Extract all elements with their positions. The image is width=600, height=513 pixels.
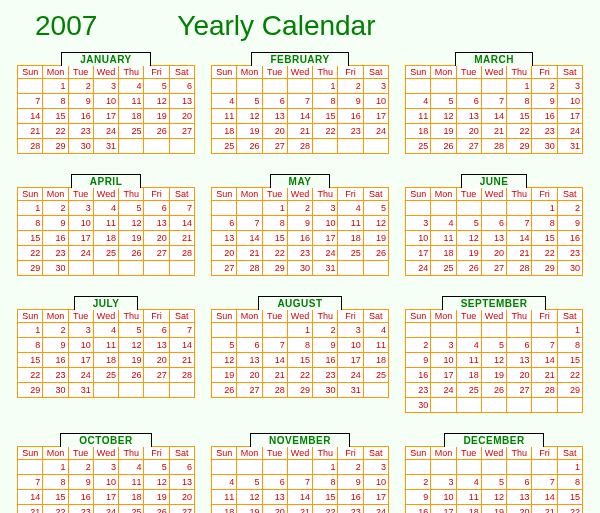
day-cell: 6 [481,216,506,231]
day-cell: 9 [338,94,363,109]
day-cell: 26 [119,368,144,383]
day-cell: 13 [237,353,262,368]
day-cell [431,201,456,216]
day-cell: 23 [68,505,93,514]
day-cell: 31 [338,383,363,398]
day-header: Sat [169,66,194,79]
day-cell: 8 [18,216,43,231]
day-cell: 10 [68,216,93,231]
day-cell: 1 [507,79,532,94]
day-cell [507,460,532,475]
day-cell: 23 [338,505,363,514]
day-header: Tue [262,188,287,201]
day-cell [431,460,456,475]
day-cell [68,261,93,276]
months-grid: JANUARYSunMonTueWedThuFriSat123456789101… [15,52,585,513]
day-cell: 17 [68,231,93,246]
day-cell: 16 [68,109,93,124]
day-cell: 25 [212,139,237,154]
day-cell: 4 [119,79,144,94]
day-cell [363,383,388,398]
day-header: Thu [507,188,532,201]
day-header: Sun [212,66,237,79]
day-header: Mon [237,310,262,323]
day-cell: 21 [262,368,287,383]
day-cell: 4 [93,201,118,216]
day-cell: 3 [93,460,118,475]
day-cell [338,139,363,154]
day-header: Sun [18,66,43,79]
day-cell [456,460,481,475]
day-cell: 15 [18,353,43,368]
day-cell [93,383,118,398]
day-cell: 3 [557,79,582,94]
day-header: Tue [456,447,481,460]
day-cell: 22 [43,505,68,514]
day-cell [212,460,237,475]
day-cell: 31 [93,139,118,154]
day-cell: 19 [481,505,506,514]
day-cell: 4 [119,460,144,475]
day-cell: 20 [169,490,194,505]
day-header: Sat [169,447,194,460]
day-header: Sat [557,66,582,79]
day-cell: 11 [93,216,118,231]
day-cell [262,323,287,338]
month-grid: SunMonTueWedThuFriSat1234567891011121314… [211,446,389,513]
day-header: Fri [144,310,169,323]
day-header: Wed [287,310,312,323]
day-cell: 13 [507,490,532,505]
day-cell [237,323,262,338]
day-cell: 26 [212,383,237,398]
day-cell: 26 [119,246,144,261]
day-cell: 15 [313,109,338,124]
day-cell: 13 [262,490,287,505]
day-cell: 1 [557,323,582,338]
day-cell: 17 [406,246,431,261]
day-cell: 23 [406,383,431,398]
day-cell: 19 [481,368,506,383]
day-cell: 10 [431,353,456,368]
day-cell [93,261,118,276]
day-header: Sat [557,310,582,323]
day-cell: 23 [287,246,312,261]
day-cell: 12 [119,338,144,353]
day-cell: 19 [144,109,169,124]
year-label: 2007 [35,10,97,42]
day-cell: 7 [532,338,557,353]
day-cell: 26 [481,383,506,398]
calendar-header: 2007 Yearly Calendar [15,10,585,42]
month-grid: SunMonTueWedThuFriSat1234567891011121314… [17,187,195,276]
day-cell: 6 [456,94,481,109]
day-cell: 8 [287,338,312,353]
day-cell: 19 [237,124,262,139]
day-header: Mon [237,188,262,201]
day-cell: 18 [212,505,237,514]
day-header: Thu [313,310,338,323]
day-cell: 25 [119,505,144,514]
day-cell: 17 [93,490,118,505]
day-cell: 17 [557,109,582,124]
day-cell: 28 [481,139,506,154]
day-cell [406,323,431,338]
day-cell: 19 [456,246,481,261]
day-cell [363,261,388,276]
month-name-tab: APRIL [71,174,142,188]
day-cell: 26 [144,124,169,139]
day-cell: 30 [313,383,338,398]
day-cell: 21 [287,505,312,514]
day-header: Wed [481,188,506,201]
day-cell: 8 [43,94,68,109]
month-block: JANUARYSunMonTueWedThuFriSat123456789101… [15,52,197,154]
day-cell: 23 [43,368,68,383]
day-header: Sat [557,447,582,460]
day-cell: 1 [287,323,312,338]
day-cell: 12 [144,94,169,109]
month-name-tab: DECEMBER [444,433,543,447]
day-cell: 4 [212,475,237,490]
day-cell: 6 [237,338,262,353]
day-cell: 18 [93,353,118,368]
day-cell: 29 [287,383,312,398]
day-header: Sun [406,66,431,79]
day-header: Sun [406,310,431,323]
